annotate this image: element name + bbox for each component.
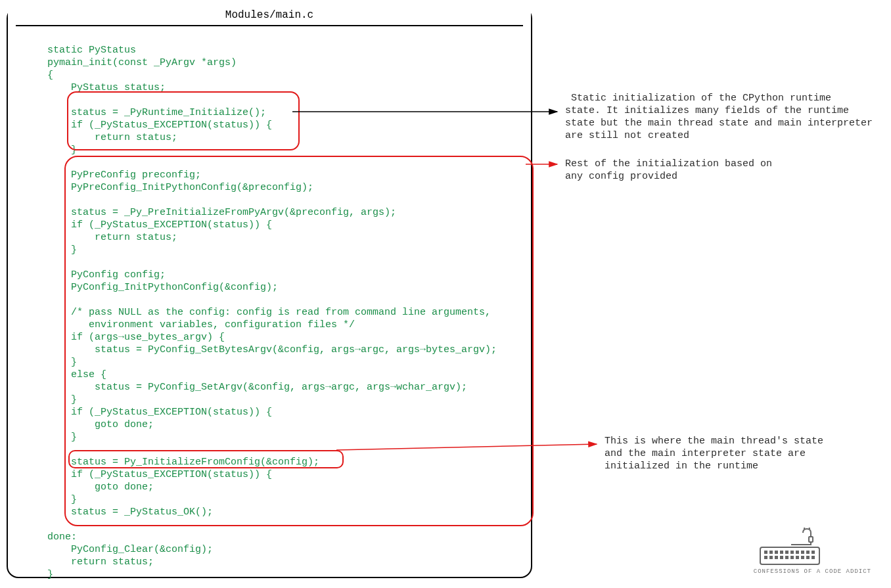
svg-rect-15 xyxy=(764,556,767,559)
svg-rect-11 xyxy=(796,551,799,554)
svg-rect-6 xyxy=(769,551,773,554)
site-logo: CONFESSIONS OF A CODE ADDICT xyxy=(754,528,871,575)
svg-rect-9 xyxy=(785,551,788,554)
annotation-rest-init: Rest of the initialization based on any … xyxy=(565,158,772,183)
svg-rect-19 xyxy=(785,556,788,559)
svg-rect-20 xyxy=(790,556,794,559)
svg-rect-24 xyxy=(811,556,815,559)
svg-rect-13 xyxy=(806,551,810,554)
keyboard-icon xyxy=(754,528,826,567)
svg-rect-4 xyxy=(760,547,819,564)
svg-rect-7 xyxy=(775,551,778,554)
svg-rect-16 xyxy=(769,556,773,559)
svg-rect-23 xyxy=(806,556,810,559)
svg-rect-12 xyxy=(801,551,804,554)
svg-rect-17 xyxy=(775,556,778,559)
svg-rect-5 xyxy=(764,551,767,554)
logo-caption: CONFESSIONS OF A CODE ADDICT xyxy=(754,568,871,575)
svg-line-2 xyxy=(336,444,597,450)
annotation-main-thread-init: This is where the main thread's state an… xyxy=(605,435,823,472)
svg-rect-10 xyxy=(790,551,794,554)
arrow-to-annotation-3 xyxy=(0,0,891,588)
annotation-runtime-init: Static initialization of the CPython run… xyxy=(565,92,880,142)
svg-rect-22 xyxy=(801,556,804,559)
svg-rect-18 xyxy=(780,556,783,559)
svg-rect-21 xyxy=(796,556,799,559)
svg-rect-3 xyxy=(809,537,813,542)
svg-rect-14 xyxy=(811,551,815,554)
svg-rect-8 xyxy=(780,551,783,554)
